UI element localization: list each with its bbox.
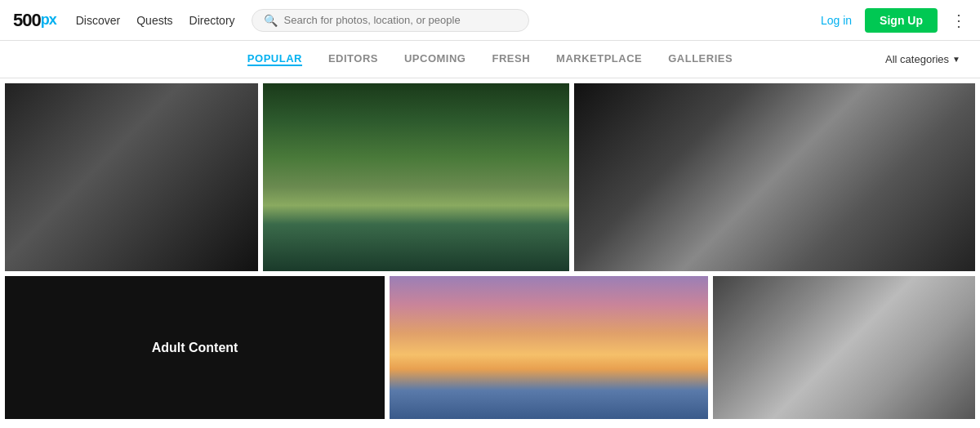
logo-500: 500 <box>13 10 41 31</box>
photo-adult-content[interactable]: Adult Content <box>5 276 385 419</box>
adult-content-overlay: Adult Content <box>5 276 385 419</box>
photo-sunset-sea[interactable] <box>390 276 708 419</box>
photo-row-1 <box>0 78 980 271</box>
tab-marketplace[interactable]: MARKETPLACE <box>556 52 642 66</box>
tab-fresh[interactable]: FRESH <box>492 52 530 66</box>
search-icon: 🔍 <box>264 14 278 27</box>
search-bar[interactable]: 🔍 <box>252 9 529 32</box>
photo-mountains[interactable] <box>263 83 569 271</box>
categories-filter[interactable]: All categories ▼ <box>885 53 960 65</box>
logo[interactable]: 500px <box>13 10 56 31</box>
categories-label: All categories <box>885 53 949 65</box>
nav-quests[interactable]: Quests <box>136 14 172 27</box>
adult-content-label: Adult Content <box>152 341 238 355</box>
logo-px: px <box>41 11 56 29</box>
photo-bw-portrait[interactable] <box>713 276 975 419</box>
tabs-bar: POPULAR EDITORS UPCOMING FRESH MARKETPLA… <box>0 41 980 78</box>
photo-bw-woman[interactable] <box>5 83 258 271</box>
more-options-icon[interactable]: ⋮ <box>951 11 967 30</box>
chevron-down-icon: ▼ <box>952 55 960 64</box>
tab-upcoming[interactable]: UPCOMING <box>404 52 466 66</box>
photo-row-2: Adult Content <box>0 271 980 424</box>
tab-popular[interactable]: POPULAR <box>247 52 302 66</box>
tab-editors[interactable]: EDITORS <box>328 52 378 66</box>
tab-galleries[interactable]: GALLERIES <box>668 52 733 66</box>
header-right: Log in Sign Up ⋮ <box>821 8 967 33</box>
search-input[interactable] <box>284 14 517 26</box>
login-button[interactable]: Log in <box>821 14 852 27</box>
tabs-list: POPULAR EDITORS UPCOMING FRESH MARKETPLA… <box>247 52 733 66</box>
nav-discover[interactable]: Discover <box>76 14 120 27</box>
signup-button[interactable]: Sign Up <box>865 8 938 33</box>
header: 500px Discover Quests Directory 🔍 Log in… <box>0 0 980 41</box>
photo-bw-bedroom[interactable] <box>574 83 975 271</box>
nav-directory[interactable]: Directory <box>189 14 235 27</box>
main-nav: Discover Quests Directory <box>76 14 235 27</box>
